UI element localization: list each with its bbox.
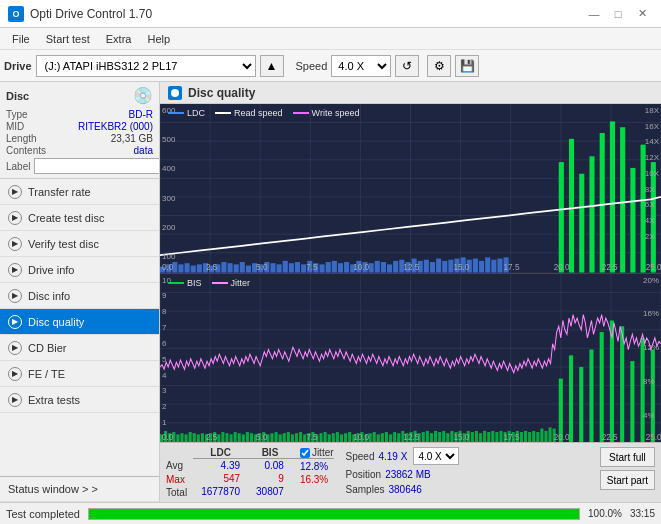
drive-label: Drive [4, 60, 32, 72]
start-part-button[interactable]: Start part [600, 470, 655, 490]
svg-rect-66 [436, 259, 441, 273]
samples-label: Samples [346, 484, 385, 495]
max-jitter: 16.3% [292, 472, 334, 485]
disc-quality-header-icon [168, 86, 182, 100]
svg-rect-219 [589, 349, 593, 442]
svg-text:10.0: 10.0 [353, 431, 369, 442]
menu-start-test[interactable]: Start test [38, 31, 98, 47]
sidebar-item-label: CD Bier [28, 342, 67, 354]
svg-rect-127 [193, 433, 196, 442]
svg-rect-195 [471, 432, 474, 442]
svg-text:17.5: 17.5 [504, 262, 520, 273]
svg-rect-174 [385, 432, 388, 442]
menu-file[interactable]: File [4, 31, 38, 47]
svg-rect-141 [250, 433, 253, 442]
jitter-checkbox[interactable] [300, 448, 310, 458]
speed-value: 4.19 X [378, 451, 407, 462]
svg-rect-158 [320, 433, 323, 442]
speed-select[interactable]: 4.0 X [331, 55, 391, 77]
svg-rect-78 [559, 162, 564, 272]
svg-rect-50 [338, 263, 343, 272]
sidebar-item-verify-test-disc[interactable]: ▶ Verify test disc [0, 231, 159, 257]
transfer-rate-icon: ▶ [8, 185, 22, 199]
svg-rect-57 [381, 262, 386, 272]
svg-rect-188 [442, 430, 445, 442]
sidebar-item-transfer-rate[interactable]: ▶ Transfer rate [0, 179, 159, 205]
refresh-button[interactable]: ↺ [395, 55, 419, 77]
settings-button[interactable]: ⚙ [427, 55, 451, 77]
legend-read-speed: Read speed [215, 108, 283, 118]
svg-rect-213 [544, 430, 547, 442]
chart-bottom: BIS Jitter [160, 274, 661, 443]
svg-rect-65 [430, 262, 435, 272]
svg-text:12.5: 12.5 [403, 262, 419, 273]
svg-rect-64 [424, 260, 429, 273]
write-speed-color [293, 112, 309, 114]
sidebar-item-extra-tests[interactable]: ▶ Extra tests [0, 387, 159, 413]
svg-rect-34 [240, 262, 245, 272]
status-window-button[interactable]: Status window > > [0, 476, 159, 502]
svg-text:2.5: 2.5 [206, 262, 217, 273]
app-icon: O [8, 6, 24, 22]
save-button[interactable]: 💾 [455, 55, 479, 77]
titlebar: O Opti Drive Control 1.70 — □ ✕ [0, 0, 661, 28]
sidebar-item-label: Transfer rate [28, 186, 91, 198]
avg-label: Avg [166, 459, 193, 473]
sidebar-item-drive-info[interactable]: ▶ Drive info [0, 257, 159, 283]
legend-jitter: Jitter [212, 278, 251, 288]
jitter-checkbox-row: Jitter [292, 447, 334, 459]
samples-value: 380646 [388, 484, 421, 495]
stats-header-ldc: LDC [193, 447, 248, 459]
svg-rect-185 [430, 433, 433, 442]
svg-rect-207 [520, 432, 523, 442]
sidebar-item-cd-bier[interactable]: ▶ CD Bier [0, 335, 159, 361]
svg-text:12.5: 12.5 [403, 431, 419, 442]
sidebar-item-disc-quality[interactable]: ▶ Disc quality [0, 309, 159, 335]
stats-header-bis: BIS [248, 447, 292, 459]
svg-rect-173 [381, 433, 384, 442]
svg-rect-201 [495, 432, 498, 442]
statusbar: Test completed 100.0% 33:15 [0, 502, 661, 524]
maximize-button[interactable]: □ [607, 5, 629, 23]
sidebar-item-fe-te[interactable]: ▶ FE / TE [0, 361, 159, 387]
svg-rect-153 [299, 432, 302, 442]
svg-rect-221 [610, 320, 614, 442]
disc-mid-key: MID [6, 121, 24, 132]
svg-text:22.5: 22.5 [602, 262, 618, 273]
action-buttons: Start full Start part [600, 447, 655, 490]
drive-select[interactable]: (J:) ATAPI iHBS312 2 PL17 [36, 55, 256, 77]
svg-point-0 [171, 89, 179, 97]
disc-type-row: Type BD-R [6, 109, 153, 120]
svg-rect-135 [225, 433, 228, 442]
menu-help[interactable]: Help [139, 31, 178, 47]
total-label: Total [166, 485, 193, 498]
chart-top: LDC Read speed Write speed [160, 104, 661, 274]
disc-label-input[interactable] [34, 158, 160, 174]
svg-rect-217 [569, 355, 573, 442]
top-legend: LDC Read speed Write speed [168, 108, 359, 118]
sidebar-item-disc-info[interactable]: ▶ Disc info [0, 283, 159, 309]
svg-rect-74 [485, 257, 490, 272]
disc-mid-val: RITEKBR2 (000) [78, 121, 153, 132]
sidebar-item-create-test-disc[interactable]: ▶ Create test disc [0, 205, 159, 231]
svg-rect-26 [191, 266, 196, 273]
svg-text:20.0: 20.0 [554, 262, 570, 273]
disc-contents-key: Contents [6, 145, 46, 156]
speed-select-dropdown[interactable]: 4.0 X [413, 447, 459, 465]
disc-header: Disc 💿 [6, 86, 153, 105]
svg-text:15.0: 15.0 [453, 262, 469, 273]
stats-table: LDC BIS Jitter Avg 4.39 0.08 [166, 447, 334, 498]
disc-length-val: 23,31 GB [111, 133, 153, 144]
eject-button[interactable]: ▲ [260, 55, 284, 77]
menu-extra[interactable]: Extra [98, 31, 140, 47]
close-button[interactable]: ✕ [631, 5, 653, 23]
jitter-label: Jitter [300, 447, 334, 458]
minimize-button[interactable]: — [583, 5, 605, 23]
position-label: Position [346, 469, 382, 480]
start-full-button[interactable]: Start full [600, 447, 655, 467]
bis-color [168, 282, 184, 284]
disc-panel: Disc 💿 Type BD-R MID RITEKBR2 (000) Leng… [0, 82, 159, 179]
svg-rect-199 [487, 432, 490, 442]
svg-rect-128 [197, 434, 200, 442]
svg-rect-165 [348, 432, 351, 442]
